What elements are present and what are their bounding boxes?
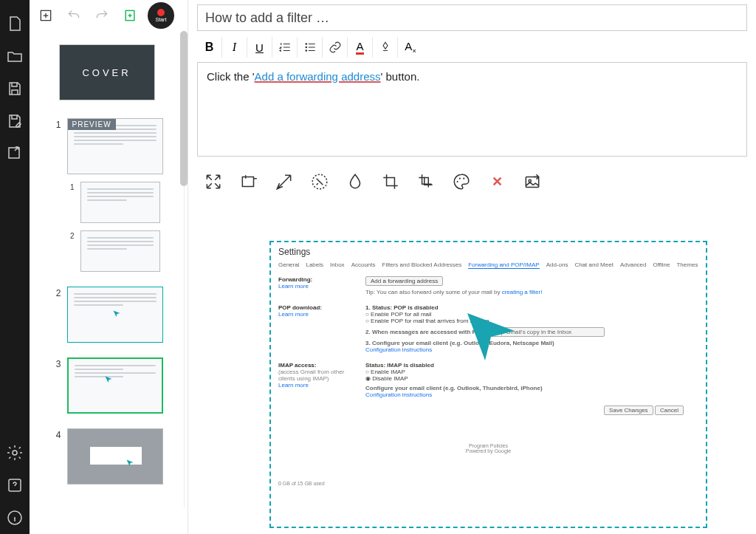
left-rail (0, 0, 30, 534)
link-button[interactable] (323, 37, 348, 58)
ordered-list-button[interactable] (272, 37, 298, 58)
text-format-toolbar: B I U A A× (197, 35, 747, 59)
step-title-input[interactable] (197, 4, 747, 31)
step-number: 3 (51, 359, 61, 369)
multi-crop-tool[interactable] (411, 167, 441, 196)
desc-text-pre: Click the ' (207, 70, 255, 83)
image-annotation-toolbar: ✕ (197, 167, 747, 196)
project-toolbar: Start (30, 0, 188, 31)
editor-area: B I U A A× Click the 'Add a forwarding a… (188, 0, 756, 534)
substep-number: 2 (54, 232, 75, 240)
step-number: 4 (51, 430, 61, 440)
settings-title: Settings (278, 247, 701, 257)
svg-point-14 (529, 179, 531, 182)
svg-point-1 (13, 451, 17, 455)
rectangle-tool[interactable] (234, 167, 264, 196)
step-group-2: 2 (35, 287, 178, 343)
text-color-button[interactable]: A (348, 37, 373, 58)
arrow-tool[interactable] (269, 167, 299, 196)
add-forwarding-button: Add a forwarding address (365, 276, 443, 286)
replace-image-tool[interactable] (518, 167, 547, 196)
palette-tool[interactable] (447, 167, 476, 196)
step-group-3: 3 (35, 357, 178, 414)
cover-label: COVER (82, 67, 131, 78)
thumbnails-list: COVER 1 PREVIEW 1 2 (30, 31, 185, 508)
svg-point-10 (457, 181, 458, 182)
insert-step-button[interactable] (117, 2, 143, 29)
export-icon[interactable] (6, 145, 24, 162)
crop-tool[interactable] (376, 167, 405, 196)
record-icon (157, 9, 165, 16)
spotlight-tool[interactable] (305, 167, 334, 196)
svg-rect-0 (9, 148, 19, 158)
document-icon[interactable] (6, 15, 24, 32)
steps-panel: Start COVER 1 PREVIEW 1 (30, 0, 188, 534)
step-description-input[interactable]: Click the 'Add a forwarding address' but… (197, 62, 747, 157)
step-thumbnail[interactable] (67, 428, 163, 485)
settings-tabs: General Labels Inbox Accounts Filters an… (275, 261, 701, 272)
screenshot-canvas[interactable]: Settings General Labels Inbox Accounts F… (197, 204, 747, 534)
save-icon[interactable] (6, 80, 24, 97)
record-start-button[interactable]: Start (148, 2, 174, 29)
clear-format-button[interactable]: A× (398, 37, 423, 58)
svg-point-7 (306, 47, 307, 48)
annotation-arrow-cursor[interactable] (461, 307, 520, 366)
record-label: Start (156, 17, 167, 22)
step-thumbnail[interactable] (67, 287, 163, 343)
help-icon[interactable] (6, 476, 24, 494)
highlight-button[interactable] (373, 37, 398, 58)
svg-point-8 (306, 50, 307, 52)
selection-rectangle[interactable]: Settings General Labels Inbox Accounts F… (269, 241, 707, 528)
step-thumbnail-selected[interactable] (67, 357, 163, 414)
step-group-1: 1 PREVIEW 1 2 (35, 118, 178, 272)
step-thumbnail[interactable]: PREVIEW (67, 118, 163, 174)
substep-number: 1 (54, 183, 75, 191)
svg-point-6 (306, 44, 307, 45)
add-step-button[interactable] (32, 2, 59, 29)
expand-tool[interactable] (199, 167, 228, 196)
italic-button[interactable]: I (222, 37, 247, 58)
step-number: 2 (51, 288, 61, 298)
preview-badge: PREVIEW (68, 119, 116, 130)
step-number: 1 (51, 120, 61, 130)
desc-text-post: ' button. (381, 70, 420, 83)
scrollbar[interactable] (180, 31, 188, 186)
substep-thumbnail[interactable] (80, 230, 160, 272)
open-icon[interactable] (6, 47, 24, 65)
blur-tool[interactable] (340, 167, 370, 196)
delete-annotation-tool[interactable]: ✕ (482, 167, 512, 196)
gear-icon[interactable] (6, 444, 24, 462)
desc-link-text: Add a forwarding address (255, 70, 381, 83)
substep-thumbnail[interactable] (80, 182, 160, 223)
svg-point-12 (463, 178, 464, 179)
cancel-button: Cancel (655, 405, 684, 415)
svg-point-11 (459, 178, 461, 179)
redo-button[interactable] (89, 2, 115, 29)
underline-button[interactable]: U (247, 37, 272, 58)
save-as-icon[interactable] (6, 112, 24, 130)
cover-thumbnail[interactable]: COVER (59, 44, 155, 100)
unordered-list-button[interactable] (298, 37, 323, 58)
undo-button[interactable] (61, 2, 87, 29)
save-changes-button: Save Changes (604, 405, 653, 415)
info-icon[interactable] (6, 509, 24, 527)
step-group-4: 4 (35, 428, 178, 485)
bold-button[interactable]: B (197, 37, 222, 58)
